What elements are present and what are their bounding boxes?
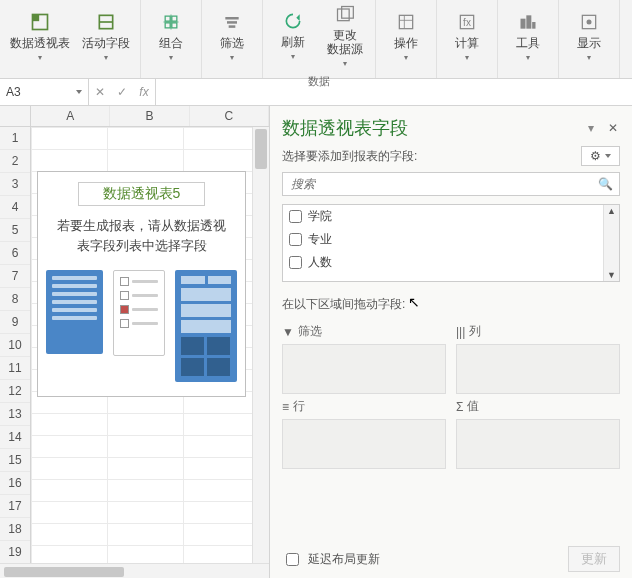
row-header-18[interactable]: 18 bbox=[0, 518, 30, 541]
column-header-A[interactable]: A bbox=[31, 106, 110, 126]
row-header-7[interactable]: 7 bbox=[0, 265, 30, 288]
formula-cancel-icon[interactable]: ✕ bbox=[89, 85, 111, 99]
field-list-settings-button[interactable]: ⚙ bbox=[581, 146, 620, 166]
ribbon: 数据透视表▾活动字段▾组合▾筛选▾刷新▾更改数据源▾数据操作▾fx计算▾工具▾显… bbox=[0, 0, 632, 79]
svg-rect-14 bbox=[532, 22, 535, 29]
row-header-2[interactable]: 2 bbox=[0, 150, 30, 173]
defer-layout-checkbox[interactable]: 延迟布局更新 bbox=[282, 550, 380, 569]
field-search-box[interactable]: 🔍 bbox=[282, 172, 620, 196]
row-header-19[interactable]: 19 bbox=[0, 541, 30, 563]
field-checkbox[interactable] bbox=[289, 233, 302, 246]
ribbon-icon bbox=[281, 9, 305, 33]
worksheet-area: ABC 1234567891011121314151617181920 数据透视… bbox=[0, 106, 270, 578]
select-all-corner[interactable] bbox=[0, 106, 31, 126]
cell-reference: A3 bbox=[6, 85, 21, 99]
svg-rect-6 bbox=[229, 25, 236, 28]
dropdown-arrow-icon: ▾ bbox=[38, 51, 42, 65]
field-item-人数[interactable]: 人数 bbox=[283, 251, 619, 274]
pane-dropdown-icon[interactable]: ▾ bbox=[588, 121, 594, 135]
columns-icon: ||| bbox=[456, 325, 465, 339]
dropdown-arrow-icon: ▾ bbox=[169, 51, 173, 65]
main-area: ABC 1234567891011121314151617181920 数据透视… bbox=[0, 106, 632, 578]
row-header-13[interactable]: 13 bbox=[0, 403, 30, 426]
row-header-5[interactable]: 5 bbox=[0, 219, 30, 242]
field-checkbox[interactable] bbox=[289, 210, 302, 223]
dropdown-arrow-icon: ▾ bbox=[404, 51, 408, 65]
ribbon-数据透视表[interactable]: 数据透视表▾ bbox=[4, 8, 76, 67]
field-list-scrollbar[interactable]: ▲▼ bbox=[603, 205, 619, 281]
gear-icon: ⚙ bbox=[590, 149, 601, 163]
vertical-scrollbar[interactable] bbox=[252, 127, 269, 563]
field-checkbox[interactable] bbox=[289, 256, 302, 269]
row-header-17[interactable]: 17 bbox=[0, 495, 30, 518]
column-header-B[interactable]: B bbox=[110, 106, 189, 126]
zone-columns-header: |||列 bbox=[456, 323, 620, 340]
svg-point-16 bbox=[587, 20, 592, 25]
zone-filter-box[interactable] bbox=[282, 344, 446, 394]
row-header-9[interactable]: 9 bbox=[0, 311, 30, 334]
ribbon-刷新[interactable]: 刷新▾ bbox=[267, 7, 319, 66]
row-header-12[interactable]: 12 bbox=[0, 380, 30, 403]
ribbon-icon bbox=[394, 10, 418, 34]
ribbon-活动字段[interactable]: 活动字段▾ bbox=[76, 8, 136, 67]
zone-columns-box[interactable] bbox=[456, 344, 620, 394]
cursor-icon: ↖ bbox=[408, 294, 420, 310]
ribbon-icon bbox=[28, 10, 52, 34]
dropdown-arrow-icon: ▾ bbox=[343, 57, 347, 71]
dropdown-arrow-icon: ▾ bbox=[587, 51, 591, 65]
field-list: 学院专业人数 ▲▼ bbox=[282, 204, 620, 282]
ribbon-操作[interactable]: 操作▾ bbox=[380, 8, 432, 67]
svg-rect-9 bbox=[399, 15, 412, 28]
name-box-dropdown-icon[interactable] bbox=[76, 90, 82, 94]
row-header-1[interactable]: 1 bbox=[0, 127, 30, 150]
ribbon-计算[interactable]: fx计算▾ bbox=[441, 8, 493, 67]
svg-rect-1 bbox=[33, 15, 40, 22]
dropdown-arrow-icon: ▾ bbox=[465, 51, 469, 65]
row-header-3[interactable]: 3 bbox=[0, 173, 30, 196]
rows-icon: ≡ bbox=[282, 400, 289, 414]
update-button[interactable]: 更新 bbox=[568, 546, 620, 572]
dropdown-arrow-icon: ▾ bbox=[104, 51, 108, 65]
placeholder-illustration bbox=[46, 270, 237, 382]
row-header-16[interactable]: 16 bbox=[0, 472, 30, 495]
name-box[interactable]: A3 bbox=[0, 79, 89, 105]
ribbon-icon bbox=[94, 10, 118, 34]
row-header-10[interactable]: 10 bbox=[0, 334, 30, 357]
pane-title: 数据透视表字段 bbox=[282, 116, 408, 140]
close-icon[interactable]: ✕ bbox=[606, 119, 620, 137]
svg-rect-5 bbox=[227, 21, 237, 24]
svg-rect-8 bbox=[342, 7, 354, 19]
row-header-15[interactable]: 15 bbox=[0, 449, 30, 472]
row-header-4[interactable]: 4 bbox=[0, 196, 30, 219]
row-header-6[interactable]: 6 bbox=[0, 242, 30, 265]
ribbon-更改数据源[interactable]: 更改数据源▾ bbox=[319, 0, 371, 73]
pivot-field-pane: 数据透视表字段 ▾ ✕ 选择要添加到报表的字段: ⚙ 🔍 学院专业人数 ▲▼ 在… bbox=[270, 106, 632, 578]
ribbon-显示[interactable]: 显示▾ bbox=[563, 8, 615, 67]
ribbon-icon bbox=[516, 10, 540, 34]
zone-rows-box[interactable] bbox=[282, 419, 446, 469]
defer-checkbox-input[interactable] bbox=[286, 553, 299, 566]
row-header-8[interactable]: 8 bbox=[0, 288, 30, 311]
drop-zones: ▼筛选 |||列 ≡行 Σ值 bbox=[282, 323, 620, 469]
ribbon-icon: fx bbox=[455, 10, 479, 34]
ribbon-icon bbox=[159, 10, 183, 34]
field-item-学院[interactable]: 学院 bbox=[283, 205, 619, 228]
ribbon-工具[interactable]: 工具▾ bbox=[502, 8, 554, 67]
field-item-专业[interactable]: 专业 bbox=[283, 228, 619, 251]
filter-icon: ▼ bbox=[282, 325, 294, 339]
search-input[interactable] bbox=[289, 176, 598, 192]
fx-icon[interactable]: fx bbox=[133, 85, 155, 99]
ribbon-组合[interactable]: 组合▾ bbox=[145, 8, 197, 67]
row-header-11[interactable]: 11 bbox=[0, 357, 30, 380]
row-headers: 1234567891011121314151617181920 bbox=[0, 127, 31, 563]
search-icon: 🔍 bbox=[598, 177, 613, 191]
horizontal-scrollbar[interactable] bbox=[0, 563, 269, 578]
row-header-14[interactable]: 14 bbox=[0, 426, 30, 449]
cell-grid[interactable]: 数据透视表5 若要生成报表，请从数据透视 表字段列表中选择字段 bbox=[31, 127, 252, 563]
formula-input[interactable] bbox=[155, 79, 632, 105]
mini-fieldlist-icon bbox=[113, 270, 165, 356]
ribbon-筛选[interactable]: 筛选▾ bbox=[206, 8, 258, 67]
formula-accept-icon[interactable]: ✓ bbox=[111, 85, 133, 99]
zone-values-box[interactable] bbox=[456, 419, 620, 469]
column-header-C[interactable]: C bbox=[190, 106, 269, 126]
